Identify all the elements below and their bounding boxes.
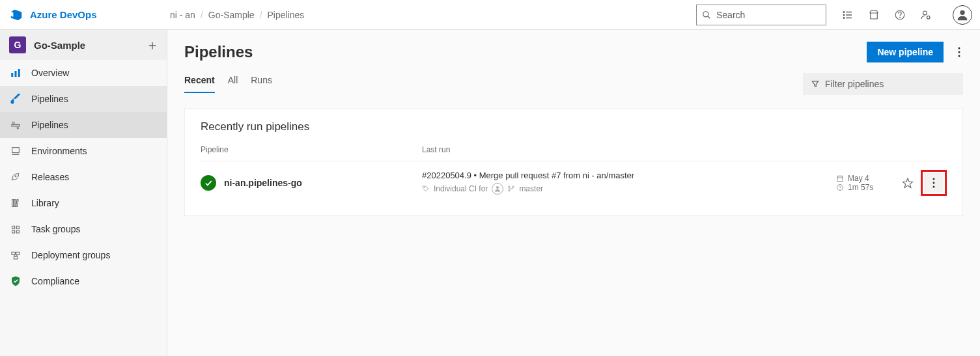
sidebar-item-label: Task groups (31, 224, 80, 234)
breadcrumb-project[interactable]: Go-Sample (208, 10, 255, 20)
project-name: Go-Sample (34, 40, 85, 51)
breadcrumb-section[interactable]: Pipelines (268, 10, 305, 20)
svg-line-1 (708, 16, 710, 18)
svg-rect-23 (12, 200, 14, 207)
releases-icon (9, 171, 22, 184)
svg-rect-13 (11, 73, 13, 77)
new-pipeline-button[interactable]: New pipeline (867, 42, 944, 62)
favorite-button[interactable] (895, 177, 921, 189)
svg-rect-24 (14, 200, 16, 207)
svg-point-36 (959, 51, 960, 53)
row-more-button[interactable] (924, 173, 944, 193)
marketplace-icon[interactable] (868, 9, 880, 21)
svg-rect-27 (16, 226, 19, 228)
sidebar-subitem-releases[interactable]: Releases (0, 164, 167, 190)
separator-icon: / (260, 10, 262, 20)
filter-label: Filter pipelines (825, 79, 884, 89)
svg-point-22 (15, 176, 16, 177)
sidebar-subitem-pipelines[interactable]: Pipelines (0, 112, 167, 138)
compliance-icon (9, 275, 22, 288)
more-options-icon[interactable] (955, 44, 963, 60)
svg-rect-14 (15, 71, 17, 77)
sidebar-item-label: Pipelines (31, 120, 68, 130)
svg-rect-26 (12, 226, 15, 228)
svg-point-49 (933, 178, 935, 180)
clock-icon (836, 184, 844, 191)
azure-devops-logo-icon (9, 8, 23, 22)
run-title: #20220504.9 • Merge pull request #7 from… (422, 171, 836, 180)
svg-point-40 (509, 186, 510, 187)
pipeline-name: ni-an.pipelines-go (224, 178, 302, 188)
project-header[interactable]: G Go-Sample ＋ (0, 30, 167, 60)
main-content: Pipelines New pipeline Recent All Runs F… (167, 30, 980, 356)
topbar-icons (842, 5, 972, 25)
run-date: May 4 (848, 174, 869, 183)
sidebar-item-overview[interactable]: Overview (0, 60, 167, 86)
tag-icon (422, 185, 430, 193)
sidebar-item-label: Compliance (31, 276, 79, 286)
svg-rect-28 (12, 230, 15, 233)
breadcrumb-org[interactable]: ni - an (170, 10, 195, 20)
filter-pipelines[interactable]: Filter pipelines (803, 73, 963, 95)
svg-point-7 (843, 17, 845, 18)
sidebar-item-label: Library (31, 198, 59, 208)
pipelines-card: Recently run pipelines Pipeline Last run… (184, 108, 963, 216)
avatar[interactable] (953, 5, 972, 25)
svg-point-50 (933, 182, 935, 184)
sidebar-subitem-task-groups[interactable]: Task groups (0, 216, 167, 242)
svg-rect-30 (12, 252, 15, 254)
sidebar-item-compliance[interactable]: Compliance (0, 268, 167, 294)
brand-area[interactable]: Azure DevOps (9, 8, 167, 22)
search-icon (702, 10, 711, 20)
svg-point-39 (496, 186, 499, 189)
svg-point-16 (11, 101, 14, 104)
list-icon[interactable] (842, 9, 854, 21)
sidebar-item-label: Releases (31, 172, 69, 182)
svg-point-41 (509, 190, 510, 191)
sidebar-item-pipelines[interactable]: Pipelines (0, 86, 167, 112)
brand-text: Azure DevOps (30, 9, 97, 20)
svg-point-35 (959, 48, 960, 49)
table-row[interactable]: ni-an.pipelines-go #20220504.9 • Merge p… (201, 161, 947, 204)
sidebar-subitem-deployment-groups[interactable]: Deployment groups (0, 242, 167, 268)
project-badge: G (9, 36, 26, 53)
plus-icon[interactable]: ＋ (146, 36, 159, 54)
page-title: Pipelines (184, 43, 253, 61)
star-icon (902, 177, 914, 189)
svg-point-42 (512, 186, 514, 187)
library-icon (9, 197, 22, 210)
task-groups-icon (9, 223, 22, 236)
sidebar-item-label: Pipelines (31, 94, 68, 104)
svg-marker-48 (903, 178, 913, 187)
svg-rect-29 (16, 230, 19, 233)
tab-runs[interactable]: Runs (251, 75, 272, 93)
branch-name: master (519, 184, 543, 193)
help-icon[interactable] (894, 9, 906, 21)
user-settings-icon[interactable] (920, 9, 932, 21)
sidebar-subitem-library[interactable]: Library (0, 190, 167, 216)
svg-point-37 (959, 55, 960, 57)
svg-point-10 (923, 11, 927, 15)
environments-icon (9, 144, 22, 157)
svg-point-0 (703, 11, 708, 16)
mini-avatar (492, 183, 503, 195)
svg-point-6 (843, 14, 845, 16)
svg-rect-31 (16, 252, 20, 254)
breadcrumb: ni - an / Go-Sample / Pipelines (170, 10, 304, 20)
svg-point-38 (424, 187, 425, 188)
col-header-pipeline: Pipeline (201, 145, 422, 154)
svg-rect-15 (18, 69, 20, 77)
svg-point-5 (843, 11, 845, 12)
table-header: Pipeline Last run (201, 141, 947, 161)
svg-rect-32 (14, 256, 17, 259)
tab-all[interactable]: All (228, 75, 238, 93)
run-subtitle: Individual CI for master (422, 183, 836, 195)
search-input[interactable] (716, 10, 820, 20)
col-header-last-run: Last run (422, 145, 836, 154)
tab-recent[interactable]: Recent (184, 75, 215, 93)
card-title: Recently run pipelines (201, 120, 947, 133)
sidebar-subitem-environments[interactable]: Environments (0, 138, 167, 164)
pipelines-icon (9, 92, 22, 105)
pipelines-sub-icon (9, 118, 22, 131)
search-box[interactable] (696, 5, 826, 25)
